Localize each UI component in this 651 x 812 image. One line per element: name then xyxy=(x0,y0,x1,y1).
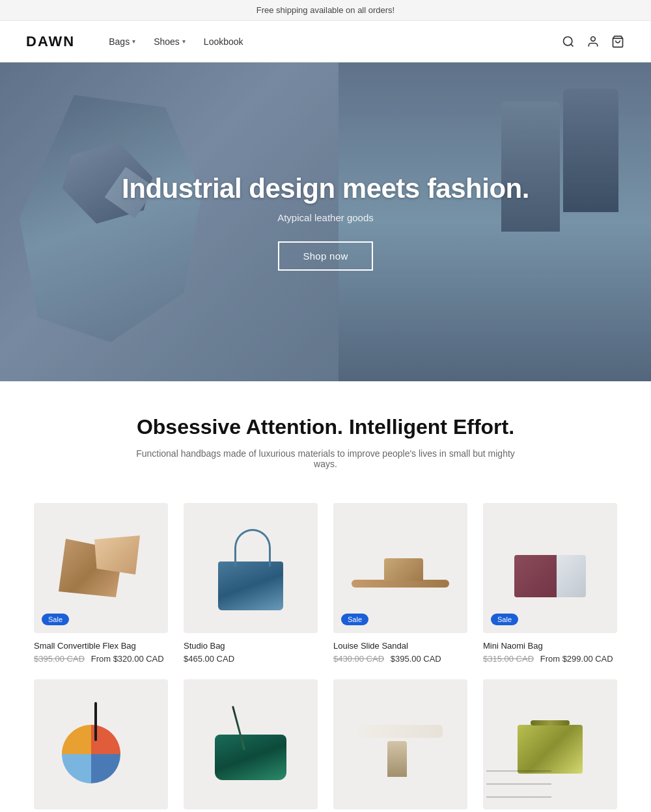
current-price: From $320.00 CAD xyxy=(91,654,164,664)
shoe-mule-visual xyxy=(352,712,449,777)
chevron-down-icon: ▾ xyxy=(182,38,186,45)
bag-studio-visual xyxy=(212,526,290,610)
product-card[interactable]: Studio Bag $465.00 CAD xyxy=(176,495,326,671)
svg-point-2 xyxy=(591,36,596,41)
product-name: Studio Bag xyxy=(184,641,318,651)
sale-badge: Sale xyxy=(341,614,368,625)
nav-item-bags[interactable]: Bags ▾ xyxy=(101,31,143,52)
header-icons xyxy=(561,34,625,49)
header: DAWN Bags ▾ Shoes ▾ Lookbook xyxy=(0,21,651,62)
bag-brick-lines xyxy=(486,761,551,809)
nav-item-lookbook[interactable]: Lookbook xyxy=(196,31,251,52)
product-card[interactable]: Sale Louise Slide Sandal $430.00 CAD $39… xyxy=(326,495,475,671)
svg-line-1 xyxy=(571,44,574,46)
product-price: $315.00 CAD From $299.00 CAD xyxy=(483,654,617,664)
navigation: Bags ▾ Shoes ▾ Lookbook xyxy=(101,31,561,52)
current-price: $465.00 CAD xyxy=(184,654,234,664)
bag-bo-ivy-visual xyxy=(212,705,290,783)
hero-subtitle: Atypical leather goods xyxy=(122,212,529,223)
hero-content: Industrial design meets fashion. Atypica… xyxy=(122,173,529,271)
section-title: Obsessive Attention. Intelligent Effort. xyxy=(26,415,625,439)
product-image xyxy=(184,679,318,809)
product-grid: Sale Small Convertible Flex Bag $395.00 … xyxy=(0,482,651,812)
banner-text: Free shipping available on all orders! xyxy=(256,5,395,15)
product-image: Sale xyxy=(333,503,467,633)
product-image: Sale xyxy=(34,503,168,633)
current-price: From $299.00 CAD xyxy=(540,654,613,664)
account-icon[interactable] xyxy=(586,34,600,49)
product-price: $465.00 CAD xyxy=(184,654,318,664)
section-description: Functional handbags made of luxurious ma… xyxy=(130,448,521,469)
product-image xyxy=(483,679,617,809)
sale-badge: Sale xyxy=(491,614,518,625)
sandal-visual xyxy=(352,548,449,588)
product-price: $430.00 CAD $395.00 CAD xyxy=(333,654,467,664)
chevron-down-icon: ▾ xyxy=(132,38,135,45)
product-card[interactable]: Sale Small Convertible Flex Bag $395.00 … xyxy=(26,495,176,671)
svg-point-0 xyxy=(564,36,572,45)
bag-flex-visual xyxy=(55,529,146,607)
cart-icon[interactable] xyxy=(611,34,625,49)
hero-title: Industrial design meets fashion. xyxy=(122,173,529,204)
original-price: $395.00 CAD xyxy=(34,654,85,664)
product-image xyxy=(333,679,467,809)
top-banner: Free shipping available on all orders! xyxy=(0,0,651,21)
bag-helix-visual xyxy=(59,702,143,787)
shop-now-button[interactable]: Shop now xyxy=(278,241,372,271)
original-price: $315.00 CAD xyxy=(483,654,534,664)
nav-item-shoes[interactable]: Shoes ▾ xyxy=(146,31,193,52)
product-card[interactable]: Sale Mini Naomi Bag $315.00 CAD From $29… xyxy=(475,495,625,671)
sale-badge: Sale xyxy=(42,614,69,625)
product-card[interactable]: Helix $470.00 CAD xyxy=(26,671,176,812)
product-image: Sale xyxy=(483,503,617,633)
original-price: $430.00 CAD xyxy=(333,654,384,664)
bag-naomi-visual xyxy=(514,539,586,597)
hero-section: Industrial design meets fashion. Atypica… xyxy=(0,62,651,381)
search-icon[interactable] xyxy=(561,34,575,49)
product-card[interactable]: Brick $385.00 CAD xyxy=(475,671,625,812)
current-price: $395.00 CAD xyxy=(391,654,441,664)
product-card[interactable]: Pleated Heel Mule $495.00 CAD xyxy=(326,671,475,812)
product-card[interactable]: Bo Ivy $390.00 CAD xyxy=(176,671,326,812)
product-name: Louise Slide Sandal xyxy=(333,641,467,651)
product-name: Small Convertible Flex Bag xyxy=(34,641,168,651)
product-name: Mini Naomi Bag xyxy=(483,641,617,651)
product-image xyxy=(184,503,318,633)
section-intro: Obsessive Attention. Intelligent Effort.… xyxy=(0,381,651,482)
logo[interactable]: DAWN xyxy=(26,33,75,50)
product-price: $395.00 CAD From $320.00 CAD xyxy=(34,654,168,664)
product-image xyxy=(34,679,168,809)
